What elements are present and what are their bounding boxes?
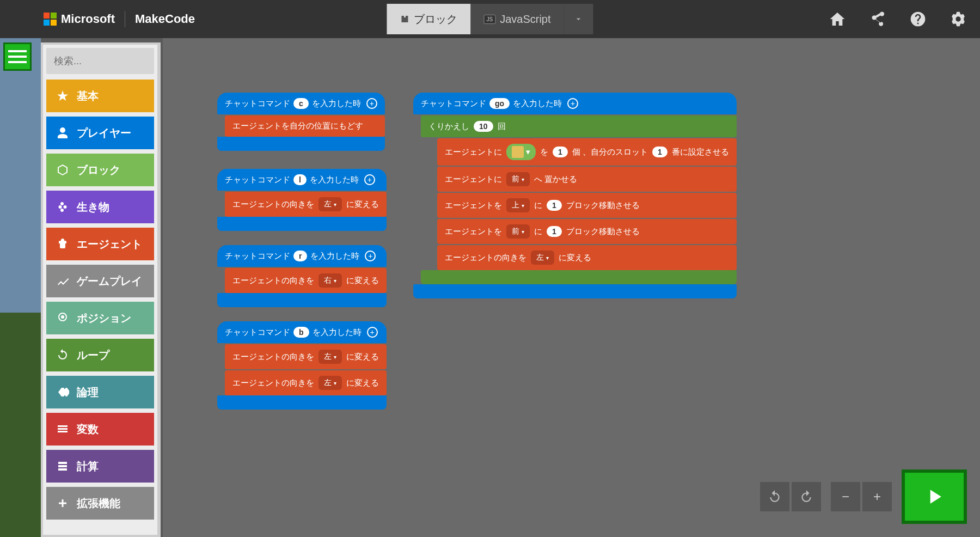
search-input[interactable]: [54, 56, 180, 67]
category-loop[interactable]: ループ: [46, 339, 154, 371]
hamburger-menu-button[interactable]: [3, 42, 32, 71]
category-creature[interactable]: 生き物: [46, 191, 154, 223]
category-gameplay[interactable]: ゲームプレイ: [46, 265, 154, 297]
tab-js-label: JavaScript: [500, 13, 550, 26]
microsoft-label: Microsoft: [61, 12, 115, 26]
microsoft-logo: Microsoft: [44, 12, 115, 26]
block-group-c[interactable]: チャットコマンドcを入力した時+ エージェントを自分の位置にもどす: [217, 93, 385, 151]
game-preview-strip: [0, 38, 41, 537]
category-extensions[interactable]: 拡張機能: [46, 487, 154, 520]
category-agent[interactable]: エージェント: [46, 228, 154, 260]
redo-button[interactable]: [792, 482, 821, 511]
blocks-workspace[interactable]: チャットコマンドcを入力した時+ エージェントを自分の位置にもどす チャットコマ…: [163, 38, 980, 537]
category-variable[interactable]: 変数: [46, 413, 154, 446]
zoom-out-button[interactable]: −: [831, 482, 860, 511]
view-mode-dropdown[interactable]: [564, 4, 593, 34]
search-box[interactable]: [46, 48, 154, 74]
add-param-icon[interactable]: +: [366, 98, 377, 109]
block-group-r[interactable]: チャットコマンドrを入力した時+ エージェントの向きを右に変える: [217, 245, 387, 307]
help-icon[interactable]: [909, 10, 927, 28]
app-name: MakeCode: [135, 12, 195, 26]
category-block[interactable]: ブロック: [46, 154, 154, 186]
category-sidebar: 基本 プレイヤー ブロック 生き物 エージェント ゲームプレイ ポジション ルー…: [41, 42, 161, 537]
block-group-b[interactable]: チャットコマンドbを入力した時+ エージェントの向きを左に変える エージェントの…: [217, 321, 387, 410]
add-param-icon[interactable]: +: [367, 327, 378, 338]
tab-javascript[interactable]: JS JavaScript: [470, 4, 564, 34]
category-position[interactable]: ポジション: [46, 302, 154, 334]
add-param-icon[interactable]: +: [365, 251, 376, 261]
category-logic[interactable]: 論理: [46, 376, 154, 408]
share-icon[interactable]: [869, 10, 886, 28]
view-mode-tabs: ブロック JS JavaScript: [387, 4, 593, 34]
add-param-icon[interactable]: +: [364, 174, 375, 185]
category-player[interactable]: プレイヤー: [46, 117, 154, 149]
app-header: Microsoft MakeCode ブロック JS JavaScript: [0, 0, 980, 38]
gear-icon[interactable]: [950, 10, 967, 28]
add-param-icon[interactable]: +: [567, 98, 578, 109]
undo-button[interactable]: [760, 482, 789, 511]
home-icon[interactable]: [829, 10, 846, 28]
zoom-in-button[interactable]: +: [862, 482, 892, 511]
category-basic[interactable]: 基本: [46, 80, 154, 112]
item-selector[interactable]: ▾: [506, 144, 536, 160]
block-group-l[interactable]: チャットコマンドlを入力した時+ エージェントの向きを左に変える: [217, 169, 387, 231]
tab-blocks-label: ブロック: [414, 12, 457, 27]
block-group-go[interactable]: チャットコマンドgoを入力した時+ くりかえし10回 エージェントに▾を1個 、…: [413, 93, 737, 298]
workspace-controls: − +: [760, 469, 967, 524]
category-math[interactable]: 計算: [46, 450, 154, 483]
play-button[interactable]: [902, 469, 967, 524]
tab-blocks[interactable]: ブロック: [387, 4, 470, 34]
